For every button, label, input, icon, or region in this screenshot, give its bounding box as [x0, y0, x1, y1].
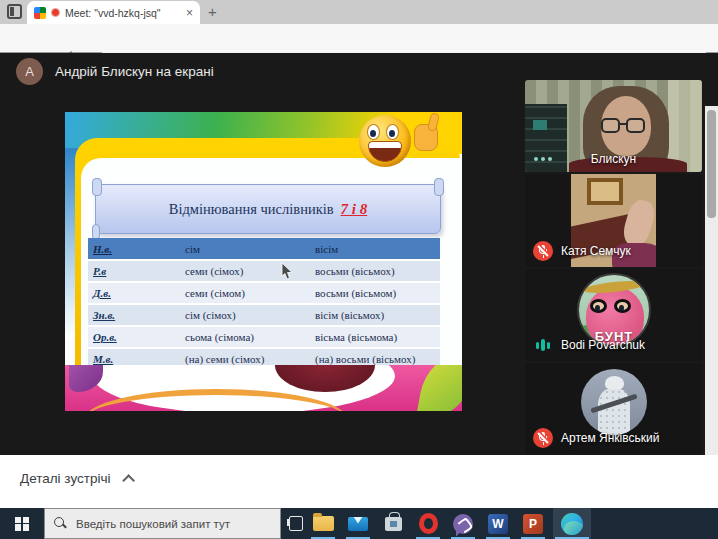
- mic-off-icon: [533, 428, 553, 448]
- participant-name: Катя Семчук: [561, 244, 631, 258]
- scrollbar-thumb[interactable]: [707, 110, 716, 218]
- table-row: Д.в. семи (сімом) восьми (вісьмом): [88, 282, 440, 304]
- tab-title: Meet: "vvd-hzkq-jsq": [65, 7, 181, 19]
- table-header-row: Н.в. сім вісім: [88, 238, 440, 260]
- participant-name: Bodi Povarchuk: [561, 338, 645, 352]
- video-tile-blyskun[interactable]: Блискун: [525, 80, 702, 172]
- mic-off-icon: [533, 241, 553, 261]
- page-scrollbar[interactable]: [705, 106, 718, 508]
- meeting-details-label: Деталі зустрічі: [20, 471, 110, 486]
- mail-icon: [348, 517, 368, 531]
- shared-screen-slide: Відмінювання числівників 7 і 8 Н.в. сім …: [65, 112, 462, 411]
- word-icon: W: [488, 514, 508, 534]
- smiley-face-icon: [359, 115, 411, 167]
- search-icon: [54, 517, 67, 530]
- table-cell: вісьма (вісьмома): [307, 326, 440, 348]
- browser-tab[interactable]: Meet: "vvd-hzkq-jsq" ×: [27, 1, 200, 24]
- table-cell: восьми (вісьмом): [307, 282, 440, 304]
- taskbar-powerpoint[interactable]: P: [517, 508, 549, 539]
- table-header-cell: сім: [177, 238, 307, 260]
- table-cell: сьома (сімома): [177, 326, 307, 348]
- windows-logo-icon: [15, 517, 29, 531]
- table-row: Р.в семи (сімох) восьми (вісьмох): [88, 260, 440, 282]
- recording-dot-icon: [51, 8, 60, 17]
- declension-table: Н.в. сім вісім Р.в семи (сімох) восьми (…: [88, 238, 440, 371]
- table-cell: вісім (вісьмох): [307, 304, 440, 326]
- participant-name: Артем Янківський: [561, 431, 659, 445]
- store-icon: [385, 517, 402, 531]
- speaking-indicator-icon: [533, 335, 553, 355]
- smiley-eye: [367, 124, 380, 140]
- search-input[interactable]: [76, 518, 256, 530]
- table-row: Ор.в. сьома (сімома) вісьма (вісьмома): [88, 326, 440, 348]
- presenter-banner: А Андрій Блискун на екрані: [16, 58, 214, 85]
- slide-title-banner: Відмінювання числівників 7 і 8: [95, 184, 441, 234]
- table-header-cell: вісім: [307, 238, 440, 260]
- table-header-cell: Н.в.: [88, 238, 177, 260]
- video-tile-artem[interactable]: Артем Янківський: [525, 363, 702, 454]
- table-cell: Ор.в.: [88, 326, 177, 348]
- edge-icon: [561, 513, 583, 535]
- presenter-name: Андрій Блискун на екрані: [55, 64, 214, 79]
- taskbar-viber[interactable]: [447, 508, 479, 539]
- meet-favicon-icon: [34, 7, 46, 19]
- thumbs-up-icon: [414, 124, 438, 151]
- meeting-details-button[interactable]: Деталі зустрічі: [20, 471, 131, 486]
- screen: Meet: "vvd-hzkq-jsq" × + ← → https://mee…: [0, 0, 718, 539]
- powerpoint-icon: P: [523, 514, 543, 534]
- table-row: Зн.в. сім (сімох) вісім (вісьмох): [88, 304, 440, 326]
- presenter-avatar: А: [16, 58, 43, 85]
- tab-close-icon[interactable]: ×: [186, 7, 193, 19]
- browser-tab-bar: Meet: "vvd-hzkq-jsq" × +: [0, 0, 718, 24]
- mouse-cursor-icon: [281, 263, 293, 281]
- new-tab-button[interactable]: +: [208, 3, 217, 20]
- table-cell: восьми (вісьмох): [307, 260, 440, 282]
- participant-name: Блискун: [525, 152, 702, 166]
- taskbar-search[interactable]: [44, 508, 281, 539]
- opera-icon: [419, 513, 438, 534]
- viber-icon: [453, 514, 473, 534]
- taskbar-opera[interactable]: [412, 508, 444, 539]
- table-cell: Р.в: [88, 260, 177, 282]
- video-tile-katya[interactable]: Катя Семчук: [525, 174, 702, 267]
- table-cell: Зн.в.: [88, 304, 177, 326]
- slide-bottom-decoration: [65, 365, 462, 411]
- video-tile-bodi[interactable]: БУНТ Bodi Povarchuk: [525, 269, 702, 361]
- taskbar-store[interactable]: [377, 508, 409, 539]
- table-cell: семи (сімом): [177, 282, 307, 304]
- tab-actions-menu-icon[interactable]: [7, 4, 22, 19]
- slide-title: Відмінювання числівників: [169, 201, 334, 218]
- participant-avatar: [581, 369, 647, 435]
- meet-control-bar: Деталі зустрічі: [0, 455, 718, 508]
- start-button[interactable]: [0, 508, 44, 539]
- table-cell: Д.в.: [88, 282, 177, 304]
- file-explorer-icon: [313, 516, 334, 531]
- chevron-up-icon: [123, 474, 136, 487]
- smiley-eye: [386, 124, 399, 140]
- table-cell: сім (сімох): [177, 304, 307, 326]
- browser-url-bar: ← → https://meet.google.com/vvd-hzkq-jsq: [0, 24, 718, 53]
- slide-title-accent: 7 і 8: [341, 201, 368, 218]
- task-view-icon[interactable]: [287, 515, 304, 531]
- taskbar-mail[interactable]: [342, 508, 374, 539]
- taskbar-edge-active[interactable]: [553, 508, 591, 539]
- smiley-mouth: [368, 141, 402, 162]
- taskbar-word[interactable]: W: [482, 508, 514, 539]
- windows-taskbar: W P: [0, 508, 718, 539]
- meet-main-area: А Андрій Блискун на екрані Відмінювання …: [0, 53, 718, 455]
- taskbar-file-explorer[interactable]: [307, 508, 339, 539]
